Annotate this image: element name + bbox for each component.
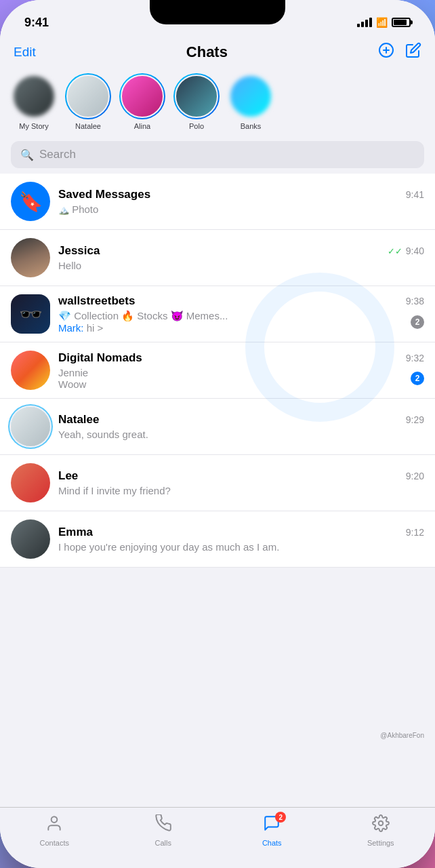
status-time: 9:41 <box>24 16 49 30</box>
chat-list: 🔖 Saved Messages 9:41 🏔️ Photo <box>0 174 435 568</box>
edit-button[interactable]: Edit <box>14 45 36 60</box>
chat-item-natalee[interactable]: Natalee 9:29 Yeah, sounds great. <box>0 399 435 455</box>
chat-time: 9:32 <box>406 353 424 363</box>
chat-content: Digital Nomads 9:32 Jennie Woow 2 <box>58 351 424 390</box>
story-avatar-wrap <box>11 73 57 119</box>
chat-avatar-saved: 🔖 <box>11 182 50 221</box>
preview-topics: 💎 Collection 🔥 Stocks 😈 Memes... <box>58 310 228 322</box>
preview-sender: Jennie <box>58 367 88 378</box>
chat-preview: Mind if I invite my friend? <box>58 485 171 496</box>
chat-avatar-lee <box>11 463 50 502</box>
wifi-icon: 📶 <box>376 17 388 28</box>
chat-top: Jessica ✓✓ 9:40 <box>58 244 424 258</box>
unread-badge: 2 <box>411 315 424 329</box>
story-label: Alina <box>134 122 150 130</box>
chat-time: 9:29 <box>406 414 424 425</box>
chat-item-lee[interactable]: Lee 9:20 Mind if I invite my friend? <box>0 455 435 511</box>
chat-item-saved[interactable]: 🔖 Saved Messages 9:41 🏔️ Photo <box>0 174 435 230</box>
tab-bar: Contacts Calls 2 Chats <box>0 807 435 868</box>
chat-bottom: 💎 Collection 🔥 Stocks 😈 Memes... Mark: h… <box>58 310 424 334</box>
story-item-mystory[interactable]: My Story <box>11 73 57 130</box>
story-avatar <box>175 75 218 118</box>
tab-calls[interactable]: Calls <box>109 814 218 847</box>
chat-preview: Yeah, sounds great. <box>58 429 148 440</box>
story-item-polo[interactable]: Polo <box>173 73 220 130</box>
chat-content: Emma 9:12 I hope you're enjoying your da… <box>58 526 424 553</box>
read-status-icon: ✓✓ <box>388 246 402 256</box>
preview-last-msg: Mark: hi > <box>58 322 228 334</box>
battery-icon <box>392 18 411 27</box>
chat-avatar-digital <box>11 351 50 390</box>
chat-name: Digital Nomads <box>58 351 142 365</box>
chat-avatar-natalee <box>11 407 50 446</box>
story-item-natalee[interactable]: Natalee <box>65 73 111 130</box>
chat-item-jessica[interactable]: Jessica ✓✓ 9:40 Hello <box>0 230 435 286</box>
story-label: My Story <box>19 122 48 130</box>
contacts-icon <box>45 814 63 836</box>
chat-name: Emma <box>58 526 93 539</box>
chat-top: Natalee 9:29 <box>58 413 424 427</box>
story-avatar <box>121 75 164 118</box>
notch <box>150 0 285 24</box>
chat-preview-multi: Jennie Woow <box>58 367 88 390</box>
chat-item-emma[interactable]: Emma 9:12 I hope you're enjoying your da… <box>0 511 435 568</box>
story-item-alina[interactable]: Alina <box>119 73 165 130</box>
chat-bottom: Hello <box>58 260 424 271</box>
chats-badge: 2 <box>275 812 286 823</box>
tab-contacts[interactable]: Contacts <box>0 814 109 847</box>
page-title: Chats <box>186 43 228 61</box>
tab-calls-label: Calls <box>155 839 171 847</box>
chat-content: Saved Messages 9:41 🏔️ Photo <box>58 188 424 215</box>
chat-bottom: Yeah, sounds great. <box>58 429 424 440</box>
chat-content: Natalee 9:29 Yeah, sounds great. <box>58 413 424 440</box>
tab-settings-label: Settings <box>367 839 394 847</box>
chat-avatar-emma <box>11 519 50 559</box>
story-avatar-wrap <box>228 73 274 119</box>
chat-avatar-wallstreet: 🕶️ <box>11 294 50 334</box>
svg-point-4 <box>379 821 384 826</box>
story-label: Natalee <box>75 122 101 130</box>
chat-content: wallstreetbets 9:38 💎 Collection 🔥 Stock… <box>58 294 424 334</box>
chat-bottom: 🏔️ Photo <box>58 203 424 215</box>
settings-icon <box>372 814 390 836</box>
search-icon: 🔍 <box>20 149 34 161</box>
chat-time: 9:20 <box>406 471 424 481</box>
story-avatar-wrap <box>65 73 111 119</box>
chat-top: Digital Nomads 9:32 <box>58 351 424 365</box>
add-group-button[interactable] <box>378 42 394 62</box>
story-item-banks[interactable]: Banks <box>228 73 274 130</box>
chat-name: Natalee <box>58 413 99 427</box>
watermark: @AkhbareFon <box>380 732 424 739</box>
chat-time: 9:41 <box>406 189 424 200</box>
story-label: Polo <box>189 122 204 130</box>
chats-icon: 2 <box>263 814 281 836</box>
chat-time: 9:40 <box>406 245 424 256</box>
chat-content: Jessica ✓✓ 9:40 Hello <box>58 244 424 271</box>
signal-icon <box>357 18 372 27</box>
search-placeholder: Search <box>39 148 76 161</box>
chat-item-wallstreetbets[interactable]: 🕶️ wallstreetbets 9:38 💎 Collection 🔥 St… <box>0 286 435 342</box>
chat-name: Lee <box>58 469 78 483</box>
story-avatar <box>229 75 272 118</box>
chat-time: 9:12 <box>406 527 424 538</box>
chat-bottom: Mind if I invite my friend? <box>58 485 424 496</box>
svg-point-3 <box>51 816 58 823</box>
chat-preview: 🏔️ Photo <box>58 203 98 215</box>
chat-top: Saved Messages 9:41 <box>58 188 424 201</box>
calls-icon <box>154 814 172 836</box>
search-bar[interactable]: 🔍 Search <box>11 141 424 168</box>
story-avatar-wrap <box>119 73 165 119</box>
chat-name: wallstreetbets <box>58 294 135 308</box>
chat-preview-multi: 💎 Collection 🔥 Stocks 😈 Memes... Mark: h… <box>58 310 228 334</box>
preview-last-msg: Woow <box>58 378 88 390</box>
compose-button[interactable] <box>405 42 421 62</box>
chat-top: Emma 9:12 <box>58 526 424 539</box>
content-area: Edit Chats <box>0 35 435 807</box>
chat-bottom: I hope you're enjoying your day as much … <box>58 541 424 553</box>
chat-item-digital-nomads[interactable]: Digital Nomads 9:32 Jennie Woow 2 <box>0 342 435 399</box>
tab-settings[interactable]: Settings <box>327 814 436 847</box>
tab-chats[interactable]: 2 Chats <box>218 814 327 847</box>
chat-top: wallstreetbets 9:38 <box>58 294 424 308</box>
header-icons <box>378 42 421 62</box>
chat-name: Saved Messages <box>58 188 150 201</box>
